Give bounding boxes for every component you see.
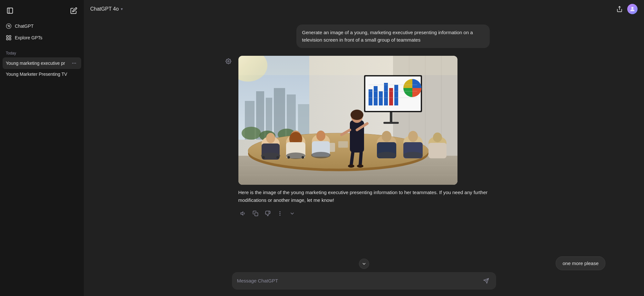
input-box xyxy=(232,272,496,290)
svg-rect-35 xyxy=(369,89,372,105)
svg-rect-40 xyxy=(394,85,398,105)
header: ChatGPT 4o ▾ xyxy=(84,0,644,18)
svg-rect-0 xyxy=(7,8,13,14)
sidebar-history-item-2[interactable]: Young Marketer Presenting TV xyxy=(3,69,81,79)
svg-point-12 xyxy=(631,7,634,9)
svg-marker-92 xyxy=(241,212,243,215)
assistant-text: Here is the image of the young marketing… xyxy=(238,189,490,204)
main-content: ChatGPT 4o ▾ xyxy=(84,0,644,296)
svg-line-69 xyxy=(351,153,353,165)
assistant-response: Here is the image of the young marketing… xyxy=(238,56,490,218)
svg-rect-39 xyxy=(389,88,393,105)
sidebar-nav: ChatGPT Explore GPTs xyxy=(3,21,81,43)
avatar[interactable] xyxy=(627,4,638,14)
input-area: one more please xyxy=(84,267,644,296)
history-item-1-more-button[interactable] xyxy=(70,60,78,66)
svg-point-89 xyxy=(287,156,290,159)
send-icon xyxy=(483,278,489,284)
svg-rect-4 xyxy=(6,35,8,37)
sidebar-item-chatgpt-label: ChatGPT xyxy=(15,24,34,29)
suggestion-bubble[interactable]: one more please xyxy=(556,256,605,270)
svg-point-88 xyxy=(276,156,279,159)
suggestion-text: one more please xyxy=(562,261,599,266)
svg-point-85 xyxy=(377,152,396,158)
sidebar-item-explore-label: Explore GPTs xyxy=(15,35,43,40)
share-button[interactable] xyxy=(615,5,624,14)
history-item-1-text: Young marketing executive pr xyxy=(6,61,70,66)
chat-area: Generate an image of a young, marketing … xyxy=(84,18,644,267)
svg-rect-5 xyxy=(9,35,11,37)
header-title: ChatGPT 4o xyxy=(90,6,119,12)
user-message-row: Generate an image of a young, marketing … xyxy=(238,25,490,48)
today-section-label: Today xyxy=(3,48,81,57)
extra-options-button[interactable] xyxy=(287,209,297,218)
sidebar: ChatGPT Explore GPTs Today Young marketi… xyxy=(0,0,84,296)
thumbsdown-icon xyxy=(265,211,271,216)
chevron-down-small-icon xyxy=(289,211,295,216)
svg-rect-38 xyxy=(384,83,388,105)
gear-icon xyxy=(226,58,231,64)
scroll-down-icon xyxy=(361,261,367,266)
header-actions xyxy=(615,4,638,14)
sidebar-item-chatgpt[interactable]: ChatGPT xyxy=(3,21,81,32)
svg-point-3 xyxy=(8,26,9,27)
header-title-area[interactable]: ChatGPT 4o ▾ xyxy=(90,6,123,12)
user-message-bubble: Generate an image of a young, marketing … xyxy=(296,25,490,48)
svg-point-80 xyxy=(433,133,442,142)
chatgpt-icon xyxy=(6,23,12,29)
ellipsis-icon xyxy=(72,61,77,66)
svg-line-70 xyxy=(360,153,361,165)
svg-rect-64 xyxy=(350,120,364,153)
svg-point-72 xyxy=(357,164,363,168)
grid-icon xyxy=(6,35,12,41)
history-item-2-text: Young Marketer Presenting TV xyxy=(6,72,78,77)
sidebar-item-explore[interactable]: Explore GPTs xyxy=(3,32,81,43)
new-chat-button[interactable] xyxy=(69,6,79,15)
generated-image xyxy=(238,56,457,185)
svg-point-62 xyxy=(316,131,325,141)
svg-point-94 xyxy=(280,212,280,212)
svg-rect-91 xyxy=(238,56,457,75)
assistant-settings-button[interactable] xyxy=(224,57,233,65)
svg-point-87 xyxy=(262,156,265,159)
audio-icon xyxy=(240,211,246,216)
svg-rect-6 xyxy=(6,38,8,40)
svg-rect-52 xyxy=(338,141,348,148)
response-actions xyxy=(238,209,490,218)
sidebar-toggle-button[interactable] xyxy=(5,6,15,15)
svg-point-55 xyxy=(266,133,275,143)
copy-button[interactable] xyxy=(251,209,260,218)
sidebar-history-item-1[interactable]: Young marketing executive pr xyxy=(3,57,81,69)
svg-point-71 xyxy=(348,164,354,168)
svg-rect-81 xyxy=(428,143,447,158)
thumbsdown-button[interactable] xyxy=(263,209,273,218)
chat-input[interactable] xyxy=(237,277,478,285)
generated-image-container xyxy=(238,56,457,185)
input-wrapper xyxy=(232,272,496,290)
chevron-down-icon: ▾ xyxy=(121,7,123,11)
svg-rect-36 xyxy=(374,86,378,105)
svg-point-96 xyxy=(280,215,280,216)
sidebar-top xyxy=(3,4,81,21)
user-message-text: Generate an image of a young, marketing … xyxy=(302,30,473,43)
avatar-icon xyxy=(629,6,636,12)
more-options-button[interactable] xyxy=(275,209,285,218)
svg-point-13 xyxy=(227,61,229,62)
chat-content: Generate an image of a young, marketing … xyxy=(232,25,496,218)
scroll-down-button[interactable] xyxy=(359,259,369,269)
svg-point-84 xyxy=(311,152,331,158)
svg-point-8 xyxy=(72,63,73,64)
svg-point-86 xyxy=(403,152,423,158)
assistant-gear-area xyxy=(224,57,233,65)
svg-rect-93 xyxy=(255,213,258,216)
audio-button[interactable] xyxy=(238,209,248,218)
svg-point-90 xyxy=(302,156,304,159)
svg-point-74 xyxy=(382,131,391,142)
svg-point-77 xyxy=(408,131,418,142)
svg-rect-7 xyxy=(9,38,11,40)
send-button[interactable] xyxy=(481,277,491,285)
meeting-room-scene-svg xyxy=(238,56,457,185)
copy-icon xyxy=(253,211,258,216)
share-icon xyxy=(616,6,623,12)
svg-point-9 xyxy=(74,63,75,64)
